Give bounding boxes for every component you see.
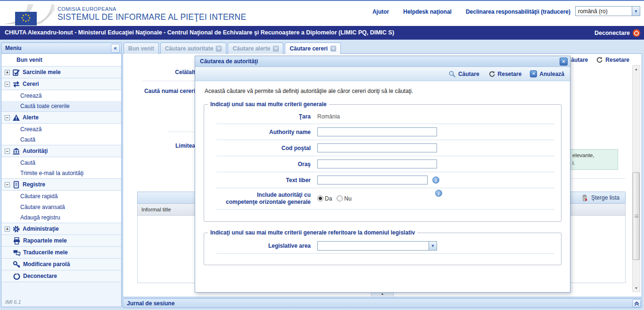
chevron-down-icon[interactable]: ▾ <box>429 242 437 250</box>
close-icon[interactable]: × <box>216 46 222 51</box>
tab-search-requests[interactable]: Căutare cereri × <box>285 42 341 54</box>
tab-welcome[interactable]: Bun venit <box>124 42 159 54</box>
header-links: Ajutor Helpdesk naţional Declinarea resp… <box>372 8 570 15</box>
legislative-area-row: Legislative area ▾ <box>204 238 561 253</box>
sidebar-item-registers[interactable]: − Registre <box>1 179 121 191</box>
sidebar-item-administration[interactable]: + Administraţie <box>1 223 121 235</box>
horizontal-competence-radios: Da Nu <box>317 195 352 202</box>
scroll-down-arrow[interactable]: ▼ <box>633 285 640 292</box>
info-icon[interactable]: i <box>432 176 439 184</box>
expand-icon[interactable]: + <box>5 226 10 232</box>
double-chevron-up-icon <box>634 301 640 307</box>
sidebar-item-my-reports[interactable]: Rapoartele mele <box>1 235 121 247</box>
tasks-icon <box>12 68 20 76</box>
sidebar-item-authorities-email[interactable]: Trimite e-mail la autorităţi <box>1 168 121 179</box>
sidebar-item-registers-advanced-search[interactable]: Căutare avansată <box>1 201 121 212</box>
radio-no-input[interactable] <box>337 195 343 201</box>
power-icon <box>633 29 640 37</box>
user-context-bar: CHIUTA Alexandru-Ionut - Ministerul Educ… <box>0 26 644 40</box>
expand-icon[interactable]: + <box>5 70 10 75</box>
free-text-row: Text liber i <box>204 172 561 188</box>
collapse-icon[interactable]: − <box>5 149 10 154</box>
gear-icon <box>12 225 20 233</box>
legislative-criteria-legend: Indicaţi unul sau mai multe criterii gen… <box>208 229 417 236</box>
dialog-cancel-button[interactable]: × Anulează <box>530 70 564 77</box>
bg-label-search-only: Caută numai cereri <box>123 88 195 94</box>
authorities-icon <box>12 147 20 155</box>
radio-yes[interactable]: Da <box>317 195 332 202</box>
sidebar-collapse-button[interactable]: « <box>111 44 120 53</box>
city-input[interactable] <box>317 159 437 168</box>
dialog-reset-button[interactable]: Resetare <box>488 70 522 78</box>
authority-name-input[interactable] <box>317 127 437 136</box>
reset-icon <box>488 70 495 78</box>
sidebar-item-requests[interactable]: − Cereri <box>1 78 121 90</box>
dialog-search-button[interactable]: Căutare <box>448 70 479 78</box>
close-icon[interactable]: × <box>273 46 279 51</box>
scrollbar-thumb[interactable] <box>633 172 640 260</box>
radio-yes-input[interactable] <box>317 195 323 201</box>
collapse-icon[interactable]: − <box>5 115 10 120</box>
postal-code-label: Cod poştal <box>204 144 311 151</box>
postal-code-input[interactable] <box>317 143 437 152</box>
sidebar-item-my-translations[interactable]: Traducerile mele <box>1 247 121 259</box>
logout-label: Deconectare <box>594 30 630 36</box>
general-criteria-legend: Indicaţi unul sau mai multe criterii gen… <box>208 101 329 108</box>
sidebar-title: Meniu <box>5 45 22 51</box>
language-select[interactable]: română (ro) ▾ <box>575 6 640 16</box>
authority-name-label: Authority name <box>204 128 311 135</box>
sidebar-header: Meniu « <box>1 42 122 54</box>
divider <box>168 132 195 132</box>
tab-search-alerts[interactable]: Căutare alerte × <box>228 42 283 54</box>
divider <box>216 209 554 209</box>
sidebar-item-alerts-create[interactable]: Creează <box>1 124 121 134</box>
collapse-icon[interactable]: − <box>5 82 10 87</box>
reset-button[interactable]: Resetare <box>595 56 629 64</box>
close-icon[interactable]: × <box>330 46 336 51</box>
tab-search-authority[interactable]: Căutare autoritate × <box>160 42 227 54</box>
sidebar-item-requests-create[interactable]: Creează <box>1 90 121 101</box>
horizontal-competence-row: Include autorităţi cu competenţe orizont… <box>204 188 561 209</box>
search-icon <box>448 70 456 78</box>
tab-bar: Bun venit Căutare autoritate × Căutare a… <box>124 42 341 54</box>
chevron-down-icon[interactable]: ▾ <box>632 7 640 16</box>
helpdesk-link[interactable]: Helpdesk naţional <box>403 8 452 15</box>
sidebar-item-authorities[interactable]: − Autorităţi <box>1 145 121 157</box>
sidebar-item-authorities-search[interactable]: Caută <box>1 157 121 168</box>
sidebar-item-requests-search-all[interactable]: Caută toate cererile <box>1 101 121 112</box>
delete-list-button[interactable]: Şterge lista <box>581 194 619 201</box>
vertical-scrollbar[interactable]: ▲ ▼ <box>632 65 640 292</box>
sidebar-item-logout[interactable]: Deconectare <box>1 270 121 282</box>
country-label: Ţara <box>204 113 311 120</box>
info-icon[interactable]: i <box>435 190 442 197</box>
legislative-criteria-fieldset: Indicaţi unul sau mai multe criterii gen… <box>204 229 561 265</box>
dialog-close-button[interactable]: × <box>560 58 568 66</box>
radio-no[interactable]: Nu <box>337 195 351 202</box>
scroll-up-arrow[interactable]: ▲ <box>633 66 640 73</box>
collapse-icon[interactable]: − <box>5 182 10 187</box>
session-log-title: Jurnal de sesiune <box>127 300 174 307</box>
translations-icon <box>13 249 21 257</box>
divider <box>216 253 554 254</box>
expand-up-button[interactable] <box>632 299 641 307</box>
sidebar-item-alerts-search[interactable]: Caută <box>1 134 121 145</box>
session-log-bar[interactable]: Jurnal de sesiune <box>123 298 642 308</box>
free-text-input[interactable] <box>317 176 428 184</box>
sidebar-item-registers-quick-search[interactable]: Căutare rapidă <box>1 191 121 201</box>
sidebar-item-change-password[interactable]: Modificare parolă <box>1 259 121 270</box>
bg-label-other: Celălalt <box>123 69 195 75</box>
sidebar-item-alerts[interactable]: − Alerte <box>1 112 121 124</box>
city-label: Oraş <box>204 160 311 168</box>
sidebar-item-registers-add[interactable]: Adaugă registru <box>1 212 121 223</box>
legislative-area-select[interactable]: ▾ <box>317 241 437 251</box>
sidebar-item-my-tasks[interactable]: + Sarcinile mele <box>1 67 121 78</box>
help-link[interactable]: Ajutor <box>372 8 389 15</box>
european-commission-logo <box>4 2 55 26</box>
logout-button[interactable]: Deconectare <box>594 26 640 40</box>
sidebar-item-welcome[interactable]: Bun venit <box>1 54 121 67</box>
free-text-label: Text liber <box>204 176 311 184</box>
disclaimer-link[interactable]: Declinarea responsabilităţii (traducere) <box>466 8 570 15</box>
sidebar-menu: Bun venit + Sarcinile mele − Cereri Cree… <box>1 54 122 307</box>
app-version: IMI 6.1 <box>5 299 21 305</box>
top-header: COMISIA EUROPEANA SISTEMUL DE INFORMARE … <box>0 0 644 26</box>
